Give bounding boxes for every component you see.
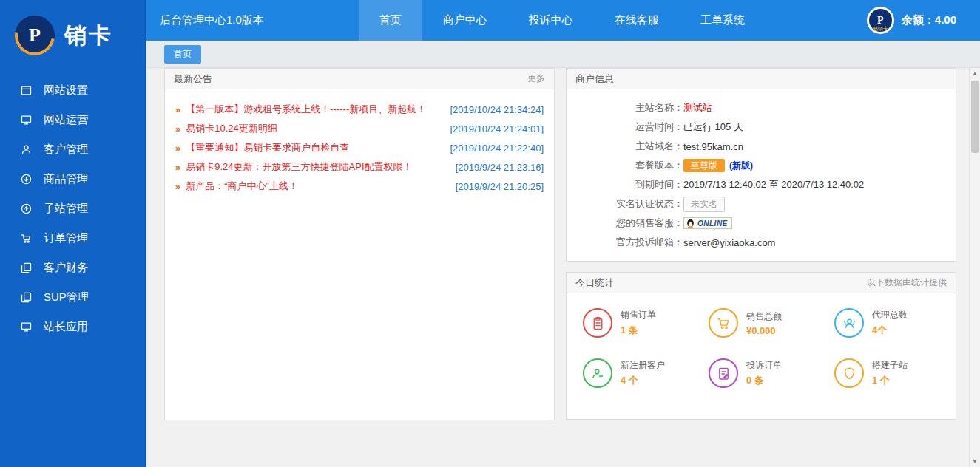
status-badge: 未实名 [683,197,725,212]
tab-label: 在线客服 [615,13,659,27]
row-label: 官方投诉邮箱： [567,236,683,249]
topbar-right: P 易销卡 余额：4.00 [867,7,980,34]
announcement-time: [2019/10/24 21:22:40] [450,143,544,154]
row-label: 主站域名： [567,140,683,153]
scroll-down-arrow-icon[interactable]: ▼ [970,456,980,467]
row-label: 主站名称： [567,101,683,115]
double-chevron-icon: » [175,104,180,115]
stat-value: 4个 [872,324,908,337]
announcement-time: [2019/9/24 21:23:16] [456,162,544,173]
stat-label: 销售订单 [621,309,656,321]
merchant-row-plan: 套餐版本： 至尊版 (新版) [567,156,956,175]
announcement-link[interactable]: 易销卡10.24更新明细 [186,122,442,135]
sidebar-item-site-operations[interactable]: 网站运营 [0,105,145,134]
sidebar-item-sup[interactable]: SUP管理 [0,282,145,312]
announcement-link[interactable]: 新产品：“商户中心”上线！ [186,180,447,193]
more-link[interactable]: 更多 [527,72,545,85]
merchant-row-service: 您的销售客服： ONLINE [567,214,956,233]
stat-value: 1 个 [872,374,908,387]
announcement-link[interactable]: 【重要通知】易销卡要求商户自检自查 [186,141,442,154]
monitor-icon [20,114,33,126]
tab-online-service[interactable]: 在线客服 [594,0,680,41]
list-item: » 易销卡9.24更新：开放第三方快捷登陆API配置权限！ [2019/9/24… [175,157,544,177]
merchant-row-expiry: 到期时间： 2019/7/13 12:40:02 至 2020/7/13 12:… [567,175,956,194]
stat-sales-total: 销售总额 ¥0.000 [698,308,824,338]
scrollbar-thumb[interactable] [971,81,979,153]
sidebar-item-substations[interactable]: 子站管理 [0,194,145,223]
person-network-icon [834,308,864,338]
list-item: » 新产品：“商户中心”上线！ [2019/9/24 21:20:25] [175,177,544,196]
sidebar-item-orders[interactable]: 订单管理 [0,223,145,253]
scroll-up-arrow-icon[interactable]: ▲ [970,68,980,79]
sidebar-item-label: 客户管理 [44,143,88,157]
tab-label: 工单系统 [700,13,745,27]
new-version-link[interactable]: (新版) [729,160,753,172]
today-stats-header: 今日统计 以下数据由统计提供 [567,273,956,293]
merchant-row-email: 官方投诉邮箱： server@yixiaoka.com [567,233,956,252]
tab-ticket-system[interactable]: 工单系统 [680,0,766,41]
shield-icon [834,358,864,388]
merchant-info-rows: 主站名称： 测试站 运营时间： 已运行 105 天 主站域名： test.95k… [567,89,956,261]
stat-substations-built: 搭建子站 1 个 [824,358,950,388]
double-chevron-icon: » [175,181,180,192]
qq-online-badge[interactable]: ONLINE [683,217,732,229]
content-area: 最新公告 更多 » 【第一版本】游戏租号系统上线！------新项目、新起航！ … [146,68,980,467]
stat-value: ¥0.000 [746,325,782,336]
brand-badge-icon: P 易销卡 [867,7,894,34]
expiry-value: 2019/7/13 12:40:02 至 2020/7/13 12:40:02 [683,178,864,191]
announcement-link[interactable]: 易销卡9.24更新：开放第三方快捷登陆API配置权限！ [186,160,447,174]
stat-agents-total: 代理总数 4个 [824,308,950,338]
top-navbar: 后台管理中心1.0版本 首页 商户中心 投诉中心 在线客服 工单系统 P 易销卡… [146,0,980,41]
tab-complaint-center[interactable]: 投诉中心 [508,0,594,41]
announcement-time: [2019/10/24 21:34:24] [450,104,544,115]
circle-arrow-down-icon [20,173,33,185]
brand-logo-icon: P [15,16,55,55]
announcements-header: 最新公告 更多 [165,69,554,89]
person-plus-icon [583,358,612,388]
sidebar-item-customers[interactable]: 客户管理 [0,134,145,164]
stat-value: 1 条 [621,324,656,337]
clipboard-icon [583,308,612,338]
stat-label: 代理总数 [872,309,908,321]
tab-merchant-center[interactable]: 商户中心 [422,0,508,41]
stat-value: 4 个 [621,374,665,387]
sidebar-item-label: 客户财务 [44,261,88,275]
circle-arrow-up-icon [20,202,33,215]
announcement-time: [2019/9/24 21:20:25] [456,181,544,192]
qq-penguin-icon [686,219,695,228]
double-chevron-icon: » [175,143,180,154]
breadcrumb-tab-home[interactable]: 首页 [164,45,201,64]
vertical-scrollbar[interactable]: ▲ ▼ [969,68,980,467]
document-edit-icon [709,358,738,388]
sidebar-item-site-settings[interactable]: 网站设置 [0,75,145,105]
sidebar: P 销卡 网站设置 网站运营 客户管理 商品管理 子站管理 [0,0,146,467]
announcements-panel: 最新公告 更多 » 【第一版本】游戏租号系统上线！------新项目、新起航！ … [164,68,555,420]
stat-label: 销售总额 [746,310,782,323]
brand-badge-text: 易销卡 [867,26,894,31]
cart-icon [20,232,33,245]
copy-icon [20,291,33,304]
sidebar-item-customer-finance[interactable]: 客户财务 [0,253,145,282]
balance: 余额：4.00 [902,13,956,27]
panel-title: 最新公告 [174,72,212,86]
merchant-row-realname: 实名认证状态： 未实名 [567,194,956,214]
stat-new-customers: 新注册客户 4 个 [572,358,698,388]
sidebar-item-label: 站长应用 [44,320,88,334]
announcement-list: » 【第一版本】游戏租号系统上线！------新项目、新起航！ [2019/10… [165,89,554,206]
site-name-value: 测试站 [683,101,712,115]
tab-home[interactable]: 首页 [359,0,422,41]
sidebar-item-webmaster-apps[interactable]: 站长应用 [0,312,145,341]
sidebar-item-label: SUP管理 [44,290,89,304]
copy-icon [20,262,33,274]
sidebar-item-products[interactable]: 商品管理 [0,164,145,194]
announcement-link[interactable]: 【第一版本】游戏租号系统上线！------新项目、新起航！ [186,103,442,116]
stat-sales-orders: 销售订单 1 条 [572,308,698,338]
list-item: » 【重要通知】易销卡要求商户自检自查 [2019/10/24 21:22:40… [175,138,544,157]
row-label: 到期时间： [567,178,683,191]
cart-icon [709,308,738,338]
merchant-row-runtime: 运营时间： 已运行 105 天 [567,117,956,137]
stat-label: 新注册客户 [621,359,665,372]
brand-logo: P 销卡 [0,0,145,71]
tab-label: 商户中心 [443,13,487,27]
plan-badge: 至尊版 [683,159,725,172]
